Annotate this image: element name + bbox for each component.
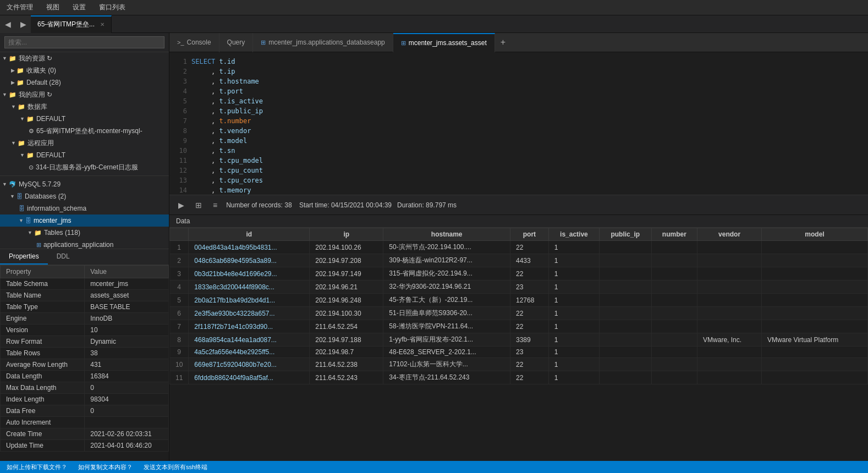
cell: 22 bbox=[510, 358, 549, 371]
main-tab[interactable]: 65-省网ITMP堡垒... ✕ bbox=[31, 15, 112, 33]
column-header: is_active bbox=[548, 228, 599, 241]
tree-label: mcenter_jms bbox=[34, 217, 72, 224]
tab-properties[interactable]: Properties bbox=[0, 249, 48, 265]
main-content: ▼ 📁 我的资源 ↻ ▶ 📁 收藏夹 (0) ▶ 📁 Default (28) … bbox=[0, 33, 868, 461]
prop-col-property: Property bbox=[1, 265, 85, 278]
bottom-bar-item-upload[interactable]: 如何上传和下载文件？ bbox=[7, 463, 67, 471]
folder-icon: 📁 bbox=[26, 152, 34, 159]
table-row[interactable]: 94a5c2fa656e44be2925ff5...202.194.98.748… bbox=[170, 346, 868, 358]
cell: 0b3d21bb4e8e4d1696e29... bbox=[189, 267, 310, 280]
cell bbox=[697, 320, 762, 333]
table-row[interactable]: 62e3f5ae930bc43228a657...202.194.100.305… bbox=[170, 307, 868, 320]
table-row[interactable]: 41833e8c3d200444f8908c...202.194.96.2132… bbox=[170, 280, 868, 294]
favorites-item[interactable]: ▶ 📁 收藏夹 (0) bbox=[0, 64, 169, 76]
tab-nav-left[interactable]: ◀ bbox=[0, 15, 15, 33]
table-row[interactable]: 116fdddb8862404f9a8af5af...211.64.52.243… bbox=[170, 371, 868, 384]
table-row: Create Time2021-02-26 02:03:31 bbox=[1, 428, 169, 439]
add-tab-button[interactable]: + bbox=[495, 37, 511, 47]
menu-item-view[interactable]: 视图 bbox=[44, 2, 62, 13]
tab-assets-asset[interactable]: ⊞ mcenter_jms.assets_asset bbox=[393, 33, 495, 52]
table-tab-icon: ⊞ bbox=[261, 39, 266, 46]
db-connection-item[interactable]: ⚙ 65-省网ITMP堡垒机-mcenter-mysql- bbox=[0, 125, 169, 137]
cell bbox=[697, 346, 762, 358]
tab-ddl[interactable]: DDL bbox=[48, 249, 79, 265]
tab-nav-right[interactable]: ▶ bbox=[15, 15, 31, 33]
tab-label: Console bbox=[187, 38, 211, 46]
db-group[interactable]: ▼ 📁 数据库 bbox=[0, 101, 169, 113]
databases-group[interactable]: ▼ 🗄 Databases (2) bbox=[0, 190, 169, 202]
prop-value: 16384 bbox=[85, 370, 169, 382]
mcenter-jms-item[interactable]: ▼ 🗄 mcenter_jms bbox=[0, 215, 169, 227]
code-line: , t.ip bbox=[191, 67, 868, 76]
mysql-root[interactable]: ▼ 🐬 MySQL 5.7.29 bbox=[0, 178, 169, 190]
cell bbox=[651, 320, 697, 333]
cell: 50-滨州节点-202.194.100.... bbox=[383, 241, 510, 254]
grid-button[interactable]: ⊞ bbox=[193, 200, 204, 211]
row-number: 5 bbox=[170, 294, 189, 307]
remote-default-group[interactable]: ▼ 📁 DEFAULT bbox=[0, 149, 169, 161]
code-content[interactable]: SELECT t.id , t.ip , t.hostname , t.port… bbox=[191, 52, 868, 195]
table-row[interactable]: 1004ed843a41a4b95b4831...202.194.100.265… bbox=[170, 241, 868, 254]
remote-item[interactable]: ⊙ 314-日志服务器-yyfb-Cernet日志服 bbox=[0, 161, 169, 173]
tree-label: Databases (2) bbox=[25, 193, 66, 200]
line-number: 12 bbox=[169, 166, 187, 175]
cell: 22 bbox=[510, 241, 549, 254]
cell bbox=[762, 346, 868, 358]
remote-apps-group[interactable]: ▼ 📁 远程应用 bbox=[0, 137, 169, 149]
menu-item-window[interactable]: 窗口列表 bbox=[97, 2, 128, 13]
table-row[interactable]: 52b0a217fb1ba49d2bd4d1...202.194.96.2484… bbox=[170, 294, 868, 307]
tree-label: MySQL 5.7.29 bbox=[19, 180, 61, 188]
cell bbox=[651, 307, 697, 320]
tab-query[interactable]: Query bbox=[219, 33, 254, 52]
tree-label: 我的应用 ↻ bbox=[19, 90, 52, 100]
line-number: 3 bbox=[169, 76, 187, 86]
table-row: EngineInnoDB bbox=[1, 312, 169, 324]
cell: 4433 bbox=[510, 254, 549, 267]
cell: 202.194.96.248 bbox=[310, 294, 383, 307]
default-group[interactable]: ▼ 📁 DEFAULT bbox=[0, 113, 169, 125]
tab-console[interactable]: >_ Console bbox=[169, 33, 219, 52]
table-row: Version10 bbox=[1, 324, 169, 336]
tab-databaseapp[interactable]: ⊞ mcenter_jms.applications_databaseapp bbox=[253, 33, 393, 52]
cell bbox=[651, 358, 697, 371]
table-applications-application[interactable]: ⊞ applications_application bbox=[0, 239, 169, 249]
prop-name: Index Length bbox=[1, 393, 85, 405]
cell: 1-yyfb-省网应用发布-202.1... bbox=[383, 333, 510, 346]
cell: 211.64.52.243 bbox=[310, 371, 383, 384]
bottom-bar-item-send[interactable]: 发送文本到所有ssh终端 bbox=[144, 463, 207, 471]
table-row[interactable]: 2048c63ab689e4595a3a89...202.194.97.2083… bbox=[170, 254, 868, 267]
information-schema-item[interactable]: 🗄 information_schema bbox=[0, 202, 169, 215]
cell: 22 bbox=[510, 307, 549, 320]
tables-group[interactable]: ▼ 📁 Tables (118) bbox=[0, 227, 169, 239]
cell: 202.194.100.30 bbox=[310, 307, 383, 320]
row-number: 9 bbox=[170, 346, 189, 358]
search-input[interactable] bbox=[4, 36, 164, 48]
tree-label: applications_application bbox=[43, 241, 113, 249]
cell bbox=[599, 371, 651, 384]
sql-editor[interactable]: 123456789101112131415161718192021222324 … bbox=[169, 52, 868, 195]
left-panel: ▼ 📁 我的资源 ↻ ▶ 📁 收藏夹 (0) ▶ 📁 Default (28) … bbox=[0, 33, 169, 461]
my-apps[interactable]: ▼ 📁 我的应用 ↻ bbox=[0, 89, 169, 101]
table-row[interactable]: 30b3d21bb4e8e4d1696e29...202.194.97.1493… bbox=[170, 267, 868, 280]
prop-name: Average Row Length bbox=[1, 359, 85, 370]
bottom-bar-item-copy[interactable]: 如何复制文本内容？ bbox=[78, 463, 133, 471]
cell: 1 bbox=[548, 358, 599, 371]
menu-item-settings[interactable]: 设置 bbox=[70, 2, 88, 13]
cell: 202.194.97.188 bbox=[310, 333, 383, 346]
menu-item-file[interactable]: 文件管理 bbox=[4, 2, 35, 13]
cell: 2b0a217fb1ba49d2bd4d1... bbox=[189, 294, 310, 307]
data-table-wrap[interactable]: idiphostnameportis_activepublic_ipnumber… bbox=[169, 228, 868, 461]
table-row[interactable]: 72f1187f2b71e41c093d90...211.64.52.25458… bbox=[170, 320, 868, 333]
table-row[interactable]: 8468a9854ca144ea1ad087...202.194.97.1881… bbox=[170, 333, 868, 346]
main-tab-close[interactable]: ✕ bbox=[100, 21, 105, 28]
bottom-bar: 如何上传和下载文件？ 如何复制文本内容？ 发送文本到所有ssh终端 bbox=[0, 461, 868, 473]
default-item[interactable]: ▶ 📁 Default (28) bbox=[0, 76, 169, 89]
table-row[interactable]: 10669e871c59204080b7e20...211.64.52.2381… bbox=[170, 358, 868, 371]
my-resources[interactable]: ▼ 📁 我的资源 ↻ bbox=[0, 52, 169, 64]
server-icon: ⊙ bbox=[29, 164, 34, 171]
filter-button[interactable]: ≡ bbox=[211, 200, 219, 211]
tree-label: 数据库 bbox=[28, 102, 47, 112]
run-button[interactable]: ▶ bbox=[176, 200, 186, 211]
code-line: , t.is_active bbox=[191, 96, 868, 106]
prop-name: Row Format bbox=[1, 336, 85, 347]
